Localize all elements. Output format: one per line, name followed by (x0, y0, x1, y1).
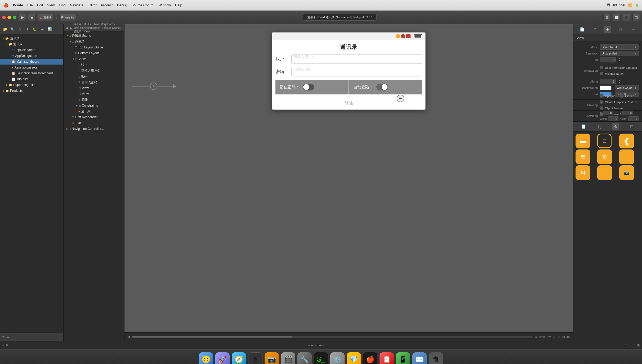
sidebar-item-appdelegate-h[interactable]: h AppDelegate.h (0, 47, 63, 53)
library-tab-file[interactable]: 📄 (580, 123, 587, 130)
view-toggle-btn[interactable]: ⊞ (603, 14, 611, 21)
sidebar-item-appdelegate-m[interactable]: m AppDelegate.m (0, 53, 63, 59)
inspector-tab-file[interactable]: 📄 (578, 26, 585, 33)
issues-icon[interactable]: ⚠ (17, 26, 23, 32)
library-item-back[interactable]: ❮ (619, 134, 634, 148)
scene-item-top-layout[interactable]: T Top Layout Guide (64, 44, 124, 50)
menu-debug[interactable]: Debug (117, 3, 127, 7)
library-item-imageview[interactable]: 🖼 (576, 165, 590, 180)
storyboard-fit-btn[interactable]: ⤢ (628, 343, 631, 347)
user-interaction-checkbox[interactable] (600, 66, 603, 69)
storyboard-zoom-btn[interactable]: ⊡ (633, 343, 635, 347)
debug-nav-icon[interactable]: 🐛 (32, 26, 38, 32)
sidebar-item-group[interactable]: 📁 通讯录 (0, 41, 63, 47)
search-nav-icon[interactable]: 🔍 (10, 26, 15, 32)
tag-input[interactable]: 0 (600, 57, 616, 62)
opaque-checkbox[interactable] (600, 94, 603, 98)
scene-item-scene[interactable]: □ 通讯录 Scene (64, 33, 124, 39)
split-view-btn[interactable]: ⬛ (623, 14, 630, 21)
stop-button[interactable]: ■ (28, 14, 35, 21)
dock-sketch[interactable]: 💎 (347, 352, 361, 364)
code-view-btn[interactable]: ⬜ (613, 14, 621, 21)
canvas-fit-btn[interactable]: ⤢ (558, 335, 560, 339)
library-tab-objects[interactable]: ⊙ (612, 123, 619, 130)
stretch-y[interactable]: 0 (622, 111, 633, 115)
menu-file[interactable]: File (27, 3, 33, 7)
scene-item-login-btn[interactable]: B 登陆 (64, 97, 124, 103)
sidebar-item-assets[interactable]: ■ Assets.xcassets (0, 65, 63, 70)
inspector-btn[interactable]: ◫ (632, 14, 640, 21)
run-button[interactable]: ▶ (19, 14, 26, 21)
scene-forward-btn[interactable]: ▶ (70, 26, 72, 30)
add-scene-btn[interactable]: + (2, 344, 4, 347)
library-tab-code[interactable]: { } (596, 123, 603, 130)
dock-dark-app[interactable]: 🍎 (363, 352, 377, 364)
password-input[interactable]: 请输入密码 (291, 67, 422, 76)
mode-select[interactable]: Scale To Fill ▼ (600, 44, 639, 50)
dock-mouse[interactable]: 🖱 (248, 352, 262, 364)
account-input[interactable]: 请输入用户名 (291, 54, 422, 64)
inspector-tab-quick-help[interactable]: ? (591, 26, 598, 33)
scene-back-btn[interactable]: ◀ (66, 26, 68, 30)
scene-item-label-account[interactable]: L 账户: (64, 62, 124, 68)
library-item-container[interactable]: ◻ (597, 134, 612, 148)
menu-source-control[interactable]: Source Control (131, 3, 154, 7)
sidebar-item-launchscreen[interactable]: 📋 LaunchScreen.storyboard (0, 70, 63, 76)
dock-finder[interactable]: 🙂 (199, 352, 213, 364)
dock-simulator[interactable]: 📱 (396, 352, 410, 364)
menu-navigate[interactable]: Navigate (70, 3, 83, 7)
scene-item-view3[interactable]: ◻ View (64, 91, 124, 97)
stretch-height[interactable]: 1 (628, 116, 639, 121)
library-item-cameraview[interactable]: 📷 (619, 165, 634, 180)
remember-toggle[interactable] (303, 84, 314, 90)
apple-menu[interactable]: 🍎 (3, 3, 8, 8)
inspector-tab-size[interactable]: ◻ (617, 26, 624, 33)
scene-item-textfield-username[interactable]: F 请输入用户名 (64, 68, 124, 74)
scene-item-textfield-password[interactable]: F 请输入密码 (64, 79, 124, 85)
hidden-checkbox[interactable] (620, 94, 623, 98)
sidebar-item-project-root[interactable]: 📂 通讯录 (0, 35, 63, 41)
menu-editor[interactable]: Editor (88, 3, 97, 7)
multiple-touch-checkbox[interactable] (600, 72, 603, 75)
scene-item-exit[interactable]: ⊗ Exit (64, 120, 124, 126)
canvas-zoom-btn[interactable]: ⊡ (562, 335, 565, 339)
bottom-filter-btn[interactable]: ⚙ (6, 343, 8, 347)
menu-view[interactable]: View (47, 3, 55, 7)
scene-item-view[interactable]: ◻ View (64, 56, 124, 62)
scene-item-constraints[interactable]: ⊞ Constraints (64, 103, 124, 108)
storyboard-grid-btn[interactable]: ⊞ (624, 343, 626, 347)
scene-item-navitem[interactable]: ■ 通讯录 (64, 108, 124, 114)
folder-icon[interactable]: 📁 (2, 26, 8, 32)
scene-item-bottom-layout[interactable]: B Bottom Layout... (64, 50, 124, 56)
menu-product[interactable]: Product (101, 3, 113, 7)
dock-prefs[interactable]: ⚙️ (330, 352, 345, 364)
library-item-scrollview[interactable]: ↕ (597, 165, 612, 180)
clears-checkbox[interactable] (600, 100, 603, 104)
dock-mail[interactable]: ✉️ (412, 352, 427, 364)
stretch-x[interactable]: 0 (603, 111, 613, 115)
filter-button[interactable]: ⚙ (7, 335, 10, 339)
reports-icon[interactable]: 📊 (47, 26, 52, 32)
library-item-gridview[interactable]: ⊞ (597, 149, 612, 164)
menu-edit[interactable]: Edit (37, 3, 43, 7)
dock-toolchain[interactable]: 🔧 (297, 352, 312, 364)
dock-fcpx[interactable]: 🎬 (281, 352, 295, 364)
storyboard-assistant-btn[interactable]: ◧ (637, 343, 640, 347)
dock-launchpad[interactable]: 🚀 (215, 352, 230, 364)
dock-photos[interactable]: 📷 (265, 352, 279, 364)
bg-swatch[interactable] (600, 85, 612, 90)
scene-item-label-password[interactable]: L 密码: (64, 74, 124, 79)
scene-item-viewctrl[interactable]: □ 通讯录 (64, 39, 124, 44)
scene-item-first-responder[interactable]: □ First Responder (64, 114, 124, 120)
canvas-prev-btn[interactable]: ◀ (128, 335, 130, 339)
add-file-button[interactable]: + (2, 334, 5, 339)
sidebar-item-infoplist[interactable]: 📄 Info.plist (0, 76, 63, 82)
canvas-grid-btn[interactable]: ⊞ (553, 335, 555, 339)
close-button[interactable] (2, 16, 6, 19)
scene-item-nav-controller[interactable]: □ Navigation Controller... (64, 126, 124, 132)
minimize-button[interactable] (7, 16, 11, 19)
sidebar-item-supporting-files[interactable]: 📁 Supporting Files (0, 82, 63, 88)
bg-select[interactable]: White Color ▼ (615, 85, 639, 90)
library-tab-media[interactable]: ◫ (628, 123, 635, 130)
dock-terminal[interactable]: $_ (314, 352, 328, 364)
